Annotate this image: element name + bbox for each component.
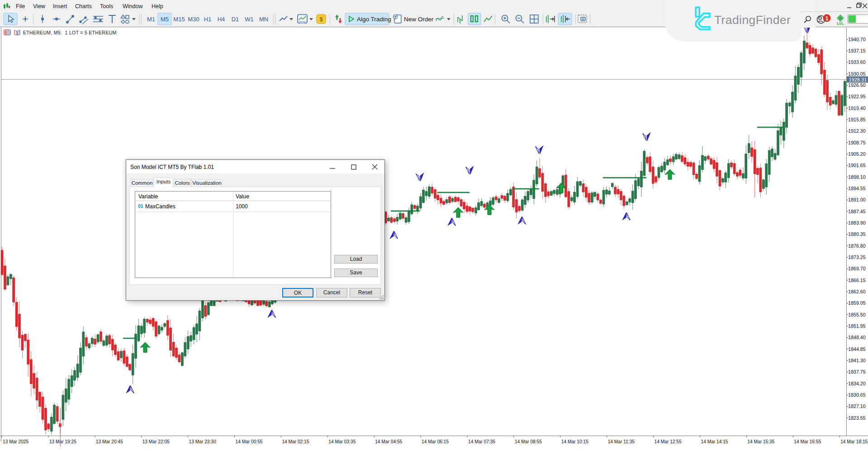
svg-text:14 Mar 15:35: 14 Mar 15:35 [747, 439, 774, 444]
svg-text:1827.10: 1827.10 [848, 403, 865, 409]
svg-text:H4: H4 [218, 16, 225, 23]
svg-text:1837.75: 1837.75 [848, 369, 865, 374]
svg-text:1928.31: 1928.31 [849, 77, 867, 82]
svg-text:1937.15: 1937.15 [848, 48, 865, 53]
svg-text:H1: H1 [204, 16, 212, 23]
svg-text:W1: W1 [245, 16, 254, 23]
svg-text:M1: M1 [147, 16, 155, 23]
svg-text:14 Mar 12:55: 14 Mar 12:55 [655, 439, 682, 444]
svg-text:1912.30: 1912.30 [848, 128, 865, 134]
svg-text:14 Mar 14:15: 14 Mar 14:15 [701, 439, 728, 444]
svg-text:1940.70: 1940.70 [848, 37, 865, 42]
svg-text:1848.40: 1848.40 [848, 335, 865, 340]
svg-text:14 Mar 18:15: 14 Mar 18:15 [840, 439, 868, 444]
svg-text:14 Mar 02:15: 14 Mar 02:15 [282, 439, 309, 444]
svg-text:1891.00: 1891.00 [848, 197, 865, 202]
svg-text:13 Mar 2025: 13 Mar 2025 [3, 439, 29, 444]
svg-text:13 Mar 23:30: 13 Mar 23:30 [189, 439, 216, 444]
svg-text:14 Mar 00:55: 14 Mar 00:55 [236, 439, 263, 444]
svg-text:1883.90: 1883.90 [848, 220, 865, 226]
svg-text:1823.55: 1823.55 [848, 415, 865, 421]
svg-text:1834.20: 1834.20 [848, 381, 865, 386]
svg-text:Algo Trading: Algo Trading [357, 16, 391, 23]
svg-text:1901.65: 1901.65 [848, 163, 865, 168]
svg-text:1859.05: 1859.05 [848, 300, 865, 306]
svg-text:1830.65: 1830.65 [848, 392, 865, 398]
svg-text:D1: D1 [232, 16, 239, 23]
svg-text:1876.80: 1876.80 [848, 243, 865, 249]
svg-text:1908.75: 1908.75 [848, 140, 865, 145]
svg-text:1873.25: 1873.25 [848, 254, 865, 260]
svg-text:14 Mar 08:55: 14 Mar 08:55 [515, 439, 542, 444]
svg-text:1855.50: 1855.50 [848, 312, 865, 317]
svg-text:14 Mar 04:55: 14 Mar 04:55 [375, 439, 402, 444]
svg-text:14 Mar 10:15: 14 Mar 10:15 [561, 439, 588, 444]
svg-text:1933.60: 1933.60 [848, 59, 865, 65]
svg-text:1915.85: 1915.85 [848, 117, 865, 122]
svg-text:1841.30: 1841.30 [848, 358, 865, 363]
svg-text:1: 1 [825, 15, 829, 22]
svg-text:13 Mar 19:25: 13 Mar 19:25 [49, 439, 76, 444]
svg-text:1880.35: 1880.35 [848, 231, 865, 237]
svg-text:1922.95: 1922.95 [848, 94, 865, 99]
svg-text:1930.05: 1930.05 [848, 71, 865, 77]
svg-text:New Order: New Order [404, 16, 434, 23]
svg-text:1898.10: 1898.10 [848, 174, 865, 180]
svg-text:1869.70: 1869.70 [848, 266, 865, 271]
svg-text:13 Mar 20:45: 13 Mar 20:45 [96, 439, 123, 444]
svg-text:1905.20: 1905.20 [848, 151, 865, 157]
svg-text:M5: M5 [161, 16, 169, 23]
svg-text:LVL: LVL [837, 21, 844, 26]
svg-text:1887.45: 1887.45 [848, 209, 865, 214]
svg-text:MN: MN [259, 16, 268, 23]
svg-text:14 Mar 16:55: 14 Mar 16:55 [794, 439, 821, 444]
svg-text:1926.50: 1926.50 [848, 82, 865, 88]
svg-text:1866.15: 1866.15 [848, 278, 865, 283]
svg-text:1919.40: 1919.40 [848, 106, 865, 111]
svg-text:M15: M15 [173, 16, 185, 23]
svg-text:13 Mar 22:05: 13 Mar 22:05 [142, 439, 170, 444]
svg-text:M30: M30 [188, 16, 199, 23]
svg-text:14 Mar 11:35: 14 Mar 11:35 [608, 439, 635, 444]
svg-text:14 Mar 06:15: 14 Mar 06:15 [422, 439, 449, 444]
svg-text:1851.95: 1851.95 [848, 323, 865, 329]
svg-text:1844.85: 1844.85 [848, 346, 865, 352]
svg-text:1862.60: 1862.60 [848, 289, 865, 294]
svg-text:1894.55: 1894.55 [848, 186, 865, 191]
svg-text:14 Mar 07:35: 14 Mar 07:35 [468, 439, 495, 444]
svg-text:$: $ [319, 16, 323, 23]
svg-text:14 Mar 03:35: 14 Mar 03:35 [328, 439, 356, 444]
